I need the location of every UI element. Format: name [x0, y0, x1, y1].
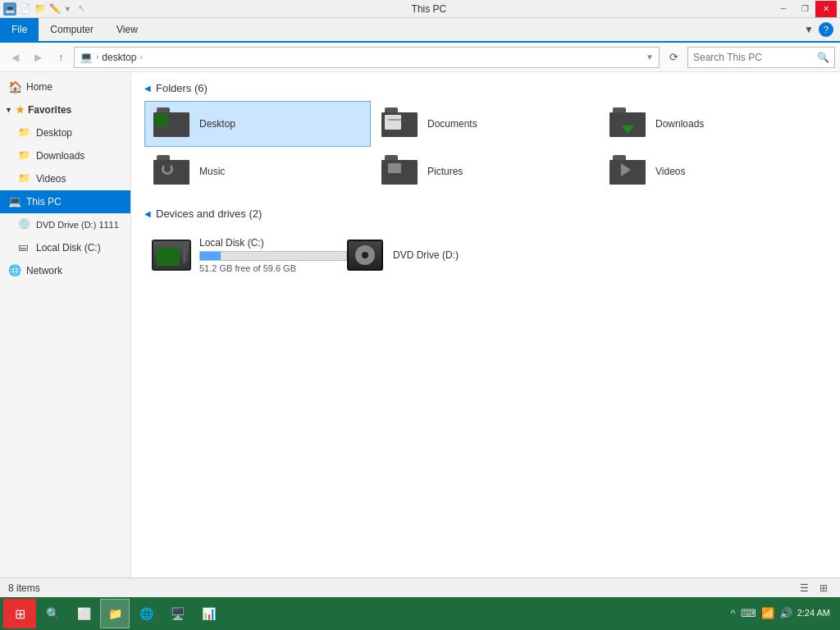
- taskbar-task-view-button[interactable]: ⬜: [69, 599, 98, 628]
- network-icon: 🌐: [8, 264, 21, 277]
- pictures-label: Pictures: [427, 166, 463, 177]
- drives-collapse-arrow[interactable]: ◀: [144, 209, 151, 218]
- favorites-collapse-icon: ▼: [5, 106, 12, 114]
- folder-item-downloads[interactable]: Downloads: [600, 101, 827, 147]
- up-button[interactable]: ↑: [51, 48, 71, 67]
- start-button[interactable]: ⊞: [3, 599, 36, 628]
- taskbar-search-button[interactable]: 🔍: [38, 599, 67, 628]
- sidebar-label-favorites: Favorites: [28, 104, 71, 116]
- folder-item-documents[interactable]: Documents: [372, 101, 599, 147]
- drive-d-name: DVD Drive (D:): [393, 249, 459, 261]
- folder-item-music[interactable]: Music: [144, 148, 371, 194]
- quick-toolbar-dropdown[interactable]: ▼: [64, 5, 71, 13]
- search-taskbar-icon: 🔍: [46, 607, 60, 620]
- address-arrow-2: ›: [139, 52, 142, 62]
- help-button[interactable]: ?: [819, 22, 833, 37]
- folder-item-videos[interactable]: Videos: [600, 148, 827, 194]
- dvd-drive-icon: [347, 240, 383, 271]
- navigation-bar: ◀ ▶ ↑ 💻 › desktop › ▼ ⟳ 🔍: [0, 43, 840, 72]
- search-box[interactable]: 🔍: [687, 47, 835, 68]
- minimize-button[interactable]: ─: [773, 1, 794, 17]
- files-taskbar-icon: 📁: [108, 607, 122, 620]
- tab-view[interactable]: View: [105, 18, 149, 41]
- back-button[interactable]: ◀: [5, 48, 25, 67]
- hdd-icon-container: [152, 235, 191, 275]
- title-bar-quick-folder[interactable]: 📁: [34, 3, 46, 14]
- star-icon: ★: [16, 104, 25, 116]
- restore-button[interactable]: ❐: [794, 1, 815, 17]
- sidebar-label-local: Local Disk (C:): [36, 242, 101, 253]
- forward-button[interactable]: ▶: [28, 48, 48, 67]
- drives-section-header: ◀ Devices and drives (2): [144, 208, 827, 220]
- search-icon[interactable]: 🔍: [817, 52, 829, 63]
- refresh-button[interactable]: ⟳: [663, 47, 684, 68]
- ribbon-help-dropdown[interactable]: ▼: [804, 24, 814, 35]
- hdd-icon: [152, 240, 191, 271]
- title-bar-quick-edit[interactable]: ✏️: [49, 3, 61, 14]
- address-bar[interactable]: 💻 › desktop › ▼: [74, 47, 660, 68]
- music-folder-icon-container: [152, 152, 191, 191]
- taskbar-explorer-button[interactable]: 🖥️: [162, 599, 192, 628]
- videos-folder-icon-container: [608, 152, 647, 191]
- tab-file[interactable]: File: [0, 18, 39, 41]
- folders-section-title: Folders (6): [156, 82, 208, 94]
- sidebar-label-videos: Videos: [36, 173, 66, 185]
- window-controls: ─ ❐ ✕: [773, 1, 837, 17]
- drive-item-dvd-d[interactable]: DVD Drive (D:): [338, 226, 518, 284]
- main-container: 🏠 Home ▼ ★ Favorites 📁 Desktop 📁 Downloa…: [0, 72, 840, 578]
- address-this-pc: desktop: [102, 52, 136, 63]
- documents-folder-icon-container: [380, 104, 419, 144]
- home-icon: 🏠: [8, 80, 21, 94]
- tray-chevron[interactable]: ^: [731, 607, 736, 619]
- sidebar-item-this-pc[interactable]: 💻 This PC: [0, 190, 130, 213]
- sidebar-label-network: Network: [26, 265, 62, 276]
- sidebar-item-dvd-drive[interactable]: 💿 DVD Drive (D:) 1111: [0, 213, 130, 236]
- desktop-label: Desktop: [199, 118, 235, 130]
- address-dropdown-arrow[interactable]: ▼: [646, 52, 654, 62]
- tray-sound-icon[interactable]: 🔊: [779, 607, 792, 619]
- drive-d-info: DVD Drive (D:): [393, 249, 459, 261]
- folders-grid: Desktop Documents: [144, 101, 827, 194]
- drive-c-info: Local Disk (C:) 51.2 GB free of 59.6 GB: [199, 237, 347, 273]
- folder-item-desktop[interactable]: Desktop: [144, 101, 371, 147]
- search-input[interactable]: [693, 52, 814, 63]
- drives-grid: Local Disk (C:) 51.2 GB free of 59.6 GB …: [144, 226, 827, 284]
- dvd-icon-container: [345, 235, 385, 275]
- ribbon: File Computer View ▼ ?: [0, 18, 840, 43]
- taskbar-ie-button[interactable]: 🌐: [131, 599, 161, 628]
- folders-collapse-arrow[interactable]: ◀: [144, 84, 151, 93]
- sidebar-item-network[interactable]: 🌐 Network: [0, 259, 130, 282]
- this-pc-icon: 💻: [8, 195, 21, 208]
- view-details-button[interactable]: ☰: [796, 580, 812, 596]
- start-icon: ⊞: [15, 606, 25, 622]
- sidebar-section-favorites[interactable]: ▼ ★ Favorites: [0, 98, 130, 121]
- folder-item-pictures[interactable]: Pictures: [372, 148, 599, 194]
- downloads-label: Downloads: [655, 118, 704, 130]
- taskbar-excel-button[interactable]: 📊: [194, 599, 223, 628]
- drive-item-local-c[interactable]: Local Disk (C:) 51.2 GB free of 59.6 GB: [144, 226, 325, 284]
- desktop-folder-icon-container: [152, 104, 191, 144]
- title-bar-quick-new[interactable]: 📄: [20, 3, 31, 14]
- items-count: 8 items: [8, 582, 40, 594]
- sidebar-item-videos[interactable]: 📁 Videos: [0, 167, 130, 190]
- tab-computer[interactable]: Computer: [39, 18, 105, 41]
- sidebar-item-downloads[interactable]: 📁 Downloads: [0, 144, 130, 167]
- view-large-icons-button[interactable]: ⊞: [815, 580, 832, 596]
- sidebar: 🏠 Home ▼ ★ Favorites 📁 Desktop 📁 Downloa…: [0, 72, 131, 578]
- sidebar-item-local-disk[interactable]: 🖴 Local Disk (C:): [0, 236, 130, 259]
- music-label: Music: [199, 166, 225, 177]
- sidebar-item-home[interactable]: 🏠 Home: [0, 75, 130, 98]
- documents-label: Documents: [427, 118, 477, 130]
- cursor-icon: ↖: [78, 3, 85, 14]
- drive-c-name: Local Disk (C:): [199, 237, 347, 249]
- ie-icon: 🌐: [139, 607, 153, 620]
- sidebar-item-desktop[interactable]: 📁 Desktop: [0, 121, 130, 144]
- keyboard-icon[interactable]: ⌨: [741, 607, 756, 619]
- close-button[interactable]: ✕: [815, 1, 837, 17]
- downloads-folder-icon: 📁: [18, 149, 31, 162]
- desktop-folder-icon: 📁: [18, 126, 31, 139]
- dvd-drive-icon: 💿: [18, 218, 31, 231]
- taskbar-files-button[interactable]: 📁: [100, 599, 130, 628]
- window-title: This PC: [85, 3, 773, 15]
- tray-network-icon[interactable]: 📶: [761, 607, 774, 619]
